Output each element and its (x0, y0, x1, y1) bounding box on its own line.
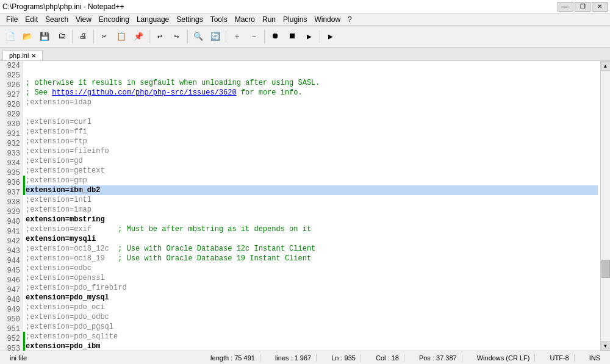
code-line-930: ;extension=ftp (26, 137, 598, 146)
undo-button[interactable]: ↩ (152, 29, 168, 45)
toolbar: 📄 📂 💾 🗂 🖨 ✂ 📋 📌 ↩ ↪ 🔍 🔄 ＋ － ⏺ ⏹ ▶ ▶️ (0, 26, 610, 48)
pos-info: Pos : 37 387 (414, 354, 462, 362)
code-line-944: ;extension=openssl (26, 273, 598, 283)
zoom-out-button[interactable]: － (246, 29, 262, 45)
save-all-button[interactable]: 🗂 (54, 29, 70, 45)
code-line-929: ;extension=ffi (26, 127, 598, 137)
line-number-927: 927 (2, 90, 20, 100)
line-number-943: 943 (2, 246, 20, 256)
code-line-946: extension=pdo_mysql (26, 293, 598, 302)
close-button[interactable]: ✕ (592, 2, 608, 12)
line-number-931: 931 (2, 129, 20, 139)
menu-item-window[interactable]: Window (310, 14, 344, 25)
tab-bar: php.ini ✕ (0, 48, 610, 61)
menu-item-edit[interactable]: Edit (21, 14, 41, 25)
line-number-930: 930 (2, 120, 20, 129)
scroll-track[interactable] (601, 71, 611, 341)
file-type: ini file (5, 354, 32, 362)
find-button[interactable]: 🔍 (190, 29, 206, 45)
copy-button[interactable]: 📋 (113, 29, 129, 45)
zoom-in-button[interactable]: ＋ (229, 29, 245, 45)
tab-close-icon[interactable]: ✕ (31, 52, 36, 59)
print-button[interactable]: 🖨 (75, 29, 91, 45)
menu-item-plugins[interactable]: Plugins (279, 14, 310, 25)
code-line-924: ; otherwise it results in segfault when … (26, 78, 598, 88)
menu-item-macro[interactable]: Macro (231, 14, 259, 25)
line-number-939: 939 (2, 207, 20, 217)
col-info: Col : 18 (371, 354, 404, 362)
maximize-button[interactable]: ❐ (575, 2, 590, 12)
menu-item-encoding[interactable]: Encoding (95, 14, 133, 25)
vertical-scrollbar[interactable]: ▲ ▼ (600, 61, 610, 351)
line-number-944: 944 (2, 256, 20, 266)
minimize-button[interactable]: — (558, 2, 573, 12)
menu-item-file[interactable]: File (2, 14, 21, 25)
status-bar: ini file length : 75 491 lines : 1 967 L… (0, 351, 610, 364)
line-number-945: 945 (2, 266, 20, 276)
code-line-937: ;extension=imap (26, 205, 598, 215)
line-number-937: 937 (2, 188, 20, 198)
code-line-951: extension=pdo_ibm (26, 341, 598, 351)
line-number-935: 935 (2, 168, 20, 178)
replace-button[interactable]: 🔄 (207, 29, 223, 45)
scroll-down-button[interactable]: ▼ (601, 341, 611, 351)
code-content: ; otherwise it results in segfault when … (23, 61, 600, 351)
run-button[interactable]: ▶️ (323, 29, 339, 45)
menu-item-view[interactable]: View (72, 14, 95, 25)
line-number-953: 953 (2, 344, 20, 351)
code-line-947: ;extension=pdo_oci (26, 302, 598, 312)
code-line-945: ;extension=pdo_firebird (26, 283, 598, 293)
code-line-948: ;extension=pdo_odbc (26, 312, 598, 322)
menu-item-settings[interactable]: Settings (173, 14, 206, 25)
code-line-932: ;extension=gd (26, 156, 598, 166)
menu-item-tools[interactable]: Tools (207, 14, 231, 25)
code-line-939: ;extension=exif ; Must be after mbstring… (26, 224, 598, 234)
code-area[interactable]: ; otherwise it results in segfault when … (23, 61, 600, 351)
macro-stop-button[interactable]: ⏹ (284, 29, 300, 45)
line-number-947: 947 (2, 285, 20, 295)
menu-item-run[interactable]: Run (259, 14, 279, 25)
line-number-934: 934 (2, 159, 20, 168)
title-text: C:\Programs\php\php.ini - Notepad++ (2, 2, 124, 11)
cut-button[interactable]: ✂ (96, 29, 112, 45)
tab-label: php.ini (9, 52, 29, 59)
line-number-938: 938 (2, 198, 20, 207)
title-bar-controls: — ❐ ✕ (558, 2, 608, 12)
line-number-950: 950 (2, 315, 20, 324)
length-info: length : 75 491 (206, 354, 260, 362)
macro-record-button[interactable]: ⏺ (267, 29, 283, 45)
code-line-940: extension=mysqli (26, 234, 598, 244)
title-bar: C:\Programs\php\php.ini - Notepad++ — ❐ … (0, 0, 610, 13)
toolbar-sep-7 (320, 30, 320, 43)
save-button[interactable]: 💾 (37, 29, 52, 45)
menu-item-?[interactable]: ? (344, 14, 356, 25)
macro-play-button[interactable]: ▶ (301, 29, 317, 45)
code-line-936: ;extension=intl (26, 195, 598, 205)
toolbar-sep-1 (72, 30, 73, 43)
toolbar-sep-6 (264, 30, 265, 43)
scroll-thumb[interactable] (601, 260, 610, 278)
line-number-936: 936 (2, 178, 20, 188)
new-button[interactable]: 📄 (2, 29, 18, 45)
paste-button[interactable]: 📌 (131, 29, 146, 45)
tab-phpini[interactable]: php.ini ✕ (2, 50, 43, 60)
menu-item-search[interactable]: Search (41, 14, 72, 25)
toolbar-sep-2 (93, 30, 94, 43)
menu-item-language[interactable]: Language (133, 14, 173, 25)
code-line-942: ;extension=oci8_19 ; Use with Oracle Dat… (26, 254, 598, 263)
toolbar-sep-5 (226, 30, 226, 43)
code-line-949: ;extension=pdo_pgsql (26, 322, 598, 332)
ln-info: Ln : 935 (326, 354, 361, 362)
open-button[interactable]: 📂 (20, 29, 35, 45)
redo-button[interactable]: ↪ (169, 29, 185, 45)
line-number-942: 942 (2, 237, 20, 246)
code-line-926: ;extension=ldap (26, 98, 598, 107)
line-number-924: 924 (2, 61, 20, 71)
line-number-933: 933 (2, 149, 20, 159)
line-number-948: 948 (2, 295, 20, 305)
line-number-926: 926 (2, 80, 20, 90)
code-line-933: ;extension=gettext (26, 166, 598, 176)
code-line-928: ;extension=curl (26, 117, 598, 127)
scroll-up-button[interactable]: ▲ (601, 61, 611, 71)
line-number-952: 952 (2, 334, 20, 344)
